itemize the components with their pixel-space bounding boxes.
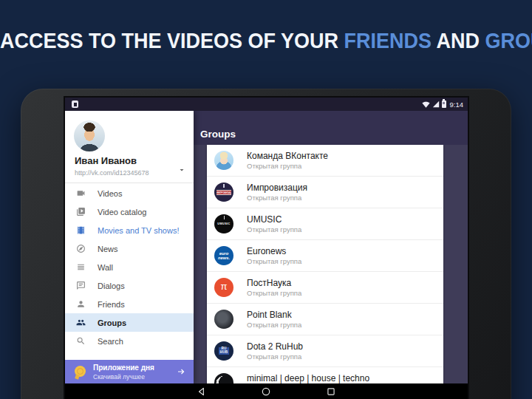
- film-strip-icon: [76, 225, 86, 235]
- group-row[interactable]: UMUSIC UMUSIC Открытая группа: [207, 208, 443, 240]
- group-avatar: UMUSIC: [214, 214, 233, 233]
- group-row[interactable]: Point Blank Открытая группа: [207, 304, 443, 335]
- back-button[interactable]: [197, 386, 207, 397]
- sidebar-item-videos[interactable]: Videos: [65, 184, 194, 202]
- tablet-screen: 9:14 Groups Команда ВКонтакте Открытая г…: [65, 98, 468, 399]
- group-avatar: [214, 373, 233, 383]
- navigation-drawer: Иван Иванов http://vk.com/id12345678 Vid…: [65, 111, 194, 383]
- headline-friends: FRIENDS: [344, 28, 432, 53]
- promo-title: Приложение дня: [93, 364, 154, 372]
- sidebar-item-groups[interactable]: Groups: [65, 313, 194, 332]
- promo-subtitle: Скачивай лучшее: [93, 373, 145, 381]
- medal-icon: [75, 366, 86, 377]
- group-row[interactable]: π ПостНаука Открытая группа: [207, 272, 443, 304]
- groups-list: Команда ВКонтакте Открытая группа ИМПРОВ…: [207, 145, 443, 383]
- person-icon: [76, 299, 86, 309]
- headline-and: AND: [432, 28, 485, 53]
- group-row[interactable]: Команда ВКонтакте Открытая группа: [207, 145, 443, 177]
- wifi-icon: [422, 100, 430, 109]
- group-row[interactable]: ИМПРОВИЗАЦИЯ Импровизация Открытая групп…: [207, 177, 443, 208]
- sidebar-item-wall[interactable]: Wall: [65, 258, 194, 276]
- video-library-icon: [76, 207, 86, 216]
- group-row[interactable]: euro news. Euronews Открытая группа: [207, 240, 443, 272]
- recents-button[interactable]: [326, 386, 336, 397]
- videocam-icon: [76, 188, 86, 198]
- promo-banner[interactable]: Приложение дня Скачивай лучшее: [65, 360, 194, 383]
- group-avatar: euro news.: [214, 246, 233, 265]
- dropdown-caret-icon[interactable]: [177, 166, 186, 174]
- headline-text: ACCESS TO THE VIDEOS OF YOUR: [0, 28, 344, 53]
- magnifier-icon: [76, 336, 86, 346]
- people-icon: [76, 318, 86, 327]
- headline-groups: GROUPS: [485, 28, 532, 53]
- group-avatar: RU HUB: [214, 341, 233, 361]
- group-avatar: π: [214, 278, 233, 297]
- sidebar-item-friends[interactable]: Friends: [65, 295, 194, 313]
- toolbar: Groups: [194, 111, 468, 145]
- profile-avatar[interactable]: [74, 120, 105, 151]
- cell-signal-icon: [432, 100, 440, 108]
- home-button[interactable]: [261, 386, 271, 397]
- battery-icon: [442, 100, 446, 108]
- tablet-frame: 9:14 Groups Команда ВКонтакте Открытая г…: [21, 89, 511, 399]
- group-avatar: [214, 310, 233, 329]
- page-background: ACCESS TO THE VIDEOS OF YOUR FRIENDS AND…: [0, 0, 532, 399]
- explore-icon: [76, 244, 86, 253]
- headline: ACCESS TO THE VIDEOS OF YOUR FRIENDS AND…: [0, 30, 532, 52]
- sidebar-item-movies-and-tv-shows[interactable]: Movies and TV shows!: [65, 221, 194, 239]
- group-row[interactable]: minimal | deep | house | techno: [207, 367, 443, 383]
- app-notification-icon: [72, 100, 78, 108]
- list-icon: [76, 262, 86, 272]
- status-bar: 9:14: [65, 98, 468, 111]
- group-avatar: ИМПРОВИЗАЦИЯ: [214, 183, 233, 202]
- profile-url: http://vk.com/id12345678: [75, 169, 149, 177]
- drawer-menu: Videos Video catalog Movies and TV shows…: [65, 184, 194, 350]
- chat-bubble-icon: [76, 281, 86, 290]
- status-time: 9:14: [450, 100, 464, 109]
- sidebar-item-search[interactable]: Search: [65, 332, 194, 350]
- android-nav-bar: [65, 383, 468, 399]
- page-title: Groups: [200, 129, 236, 140]
- profile-section: Иван Иванов http://vk.com/id12345678: [65, 111, 194, 183]
- sidebar-item-dialogs[interactable]: Dialogs: [65, 276, 194, 295]
- profile-name: Иван Иванов: [75, 155, 137, 166]
- sidebar-item-video-catalog[interactable]: Video catalog: [65, 202, 194, 221]
- arrow-right-icon: [177, 367, 185, 376]
- group-avatar: [214, 151, 233, 170]
- sidebar-item-news[interactable]: News: [65, 239, 194, 258]
- group-row[interactable]: RU HUB Dota 2 RuHub Открытая группа: [207, 335, 443, 367]
